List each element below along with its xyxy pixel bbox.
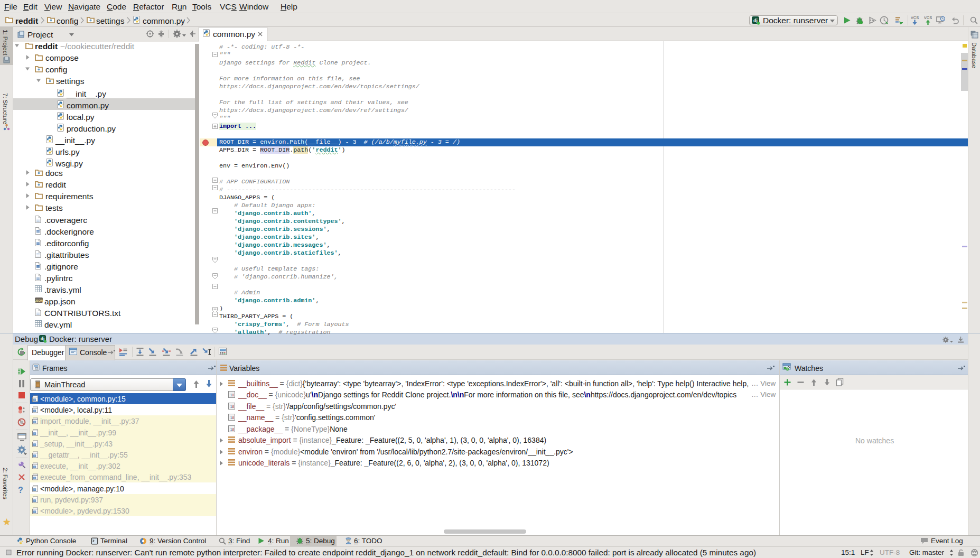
svg-text:8: 8 [232,415,234,420]
svg-text:8: 8 [232,404,234,409]
svg-text:VCS: VCS [911,15,919,20]
svg-text:dj: dj [753,18,758,23]
svg-text:8: 8 [232,393,234,397]
svg-text:VCS: VCS [924,15,932,20]
svg-text:8: 8 [232,427,234,432]
svg-text:JSON: JSON [35,299,43,302]
svg-text:dj: dj [41,336,45,341]
